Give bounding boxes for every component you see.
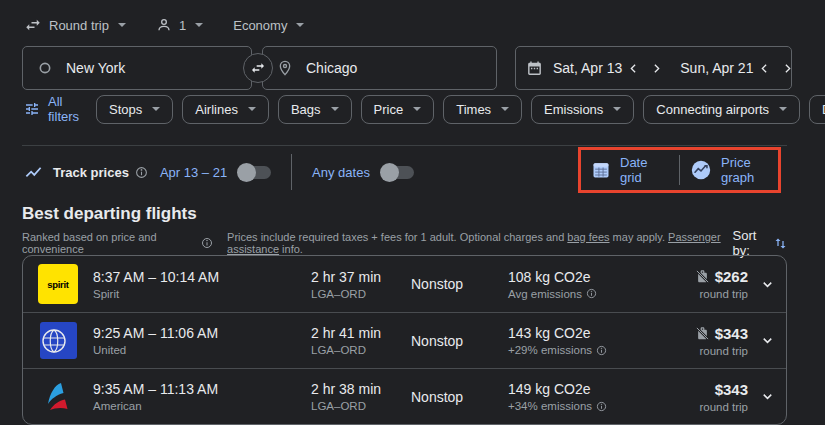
destination-input[interactable]: Chicago [262,46,497,90]
flight-co2: 108 kg CO2e [508,269,668,285]
swap-locations-button[interactable] [243,53,273,83]
american-airline-logo [39,378,77,416]
all-filters-button[interactable]: All filters [24,94,79,124]
chip-label: Price [374,102,404,117]
flight-times: 9:35 AM – 11:13 AM [93,381,311,397]
airline-name: American [93,400,311,412]
expand-flight-button[interactable] [748,277,786,292]
cabin-class-label: Economy [233,18,287,33]
flight-co2: 143 kg CO2e [508,325,668,341]
date-grid-button[interactable]: Date grid [581,155,679,185]
flight-duration: 2 hr 37 min [311,269,411,285]
fees-note: may apply. [610,231,669,243]
chip-label: Stops [109,102,142,117]
passenger-selector[interactable]: 1 [156,17,203,33]
flight-price: $343 [715,381,748,398]
calendar-icon [526,60,543,77]
filter-chip-bags[interactable]: Bags [278,95,352,124]
location-pin-icon [277,60,293,76]
flight-emissions: Avg emissions [508,288,582,300]
filter-chip-airlines[interactable]: Airlines [182,95,269,124]
chip-label: Connecting airports [656,102,769,117]
trip-options-bar: Round trip 1 Economy [24,16,304,34]
flight-route: LGA–ORD [311,344,411,356]
flight-price: $262 [715,268,748,285]
info-icon [596,345,607,356]
chevron-down-icon [118,23,126,27]
filter-chip-emissions[interactable]: Emissions [531,95,634,124]
section-divider [22,145,787,146]
departure-date-half[interactable]: Sat, Apr 13 [526,60,668,77]
filter-chip-price[interactable]: Price [361,95,435,124]
results-heading: Best departing flights [22,204,197,224]
tune-icon [24,101,40,117]
return-date-half[interactable]: Sun, Apr 21 [676,60,799,76]
filter-chip-connecting-airports[interactable]: Connecting airports [643,95,800,124]
passenger-count: 1 [179,18,186,33]
ranked-note: Ranked based on price and convenience [22,231,196,255]
trip-type-selector[interactable]: Round trip [24,16,126,34]
price-note: round trip [668,288,748,300]
track-date-range: Apr 13 – 21 [160,165,227,180]
filter-chip-times[interactable]: Times [443,95,522,124]
chevron-down-icon [152,107,160,111]
spirit-logo-text: spirit [47,279,68,290]
flight-row-american[interactable]: 9:35 AM – 11:13 AM American 2 hr 38 min … [23,368,786,424]
airline-name: Spirit [93,288,311,300]
results-subheader: Ranked based on price and convenience Pr… [22,228,788,258]
person-icon [156,17,172,33]
chevron-down-icon [413,107,421,111]
bag-fees-link[interactable]: bag fees [567,231,609,243]
sort-by-button[interactable]: Sort by: [733,228,788,258]
flight-times: 9:25 AM – 11:06 AM [93,325,311,341]
united-airline-logo [40,322,77,359]
dates-field: Sat, Apr 13 Sun, Apr 21 [515,46,792,90]
chevron-down-icon [760,333,775,348]
track-prices-label: Track prices [53,165,129,180]
chevron-down-icon [501,107,509,111]
chip-label: Bags [291,102,321,117]
track-divider [291,154,292,190]
flight-stops: Nonstop [411,333,508,349]
flight-row-united[interactable]: 9:25 AM – 11:06 AM United 2 hr 41 min LG… [23,312,786,368]
sort-by-label: Sort by: [733,228,770,258]
chevron-down-icon [248,107,256,111]
info-icon [135,166,148,179]
origin-input[interactable]: New York [22,46,252,90]
departure-next-day-button[interactable] [645,62,668,75]
chip-label: Times [456,102,491,117]
flight-row-spirit[interactable]: spirit 8:37 AM – 10:14 AM Spirit 2 hr 37… [23,256,786,312]
chevron-down-icon [296,23,304,27]
expand-flight-button[interactable] [748,389,786,404]
return-prev-day-button[interactable] [753,62,776,75]
fees-note: Prices include required taxes + fees for… [227,231,567,243]
departure-prev-day-button[interactable] [622,62,645,75]
cabin-class-selector[interactable]: Economy [233,18,304,33]
filter-chip-stops[interactable]: Stops [96,95,173,124]
flight-route: LGA–ORD [311,400,411,412]
any-dates-toggle[interactable] [382,166,414,179]
chevron-down-icon [613,107,621,111]
filter-chip-duration[interactable]: Duration [809,95,825,124]
return-next-day-button[interactable] [776,62,799,75]
filters-row: All filters Stops Airlines Bags Price Ti… [24,94,825,124]
flight-co2: 149 kg CO2e [508,381,668,397]
no-bags-icon [695,326,710,341]
flight-duration: 2 hr 38 min [311,381,411,397]
annotation-highlight-box: Date grid Price graph [578,147,781,193]
chip-label: Emissions [544,102,603,117]
no-bags-icon [695,269,710,284]
chevron-down-icon [760,277,775,292]
all-filters-label: All filters [48,94,79,124]
departure-date-value: Sat, Apr 13 [553,60,622,76]
chip-label: Airlines [195,102,238,117]
flight-emissions: +29% emissions [508,344,592,356]
flight-route: LGA–ORD [311,288,411,300]
destination-value: Chicago [306,60,357,76]
chevron-down-icon [779,107,787,111]
price-graph-button[interactable]: Price graph [680,155,778,185]
expand-flight-button[interactable] [748,333,786,348]
trip-type-label: Round trip [49,18,109,33]
track-prices-toggle[interactable] [239,166,271,179]
trending-line-icon [24,163,43,182]
